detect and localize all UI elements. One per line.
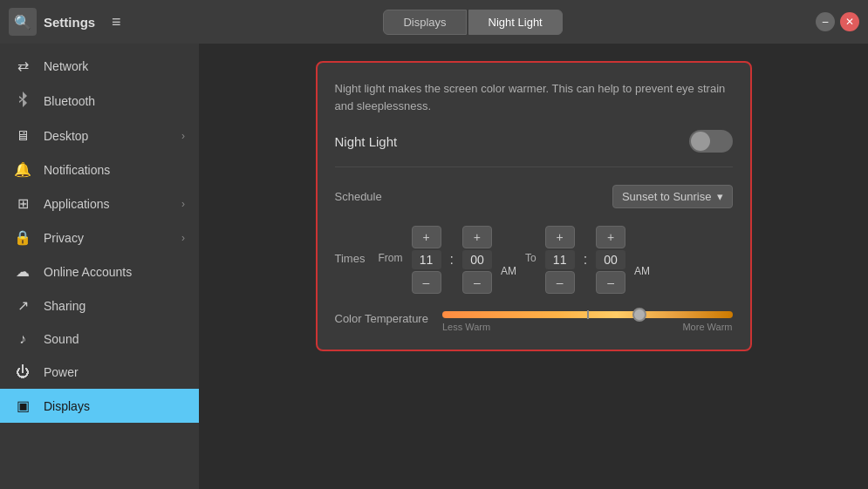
app-title: Settings [44,15,95,30]
slider-labels: Less Warm More Warm [442,322,733,332]
times-label: Times [335,226,370,265]
schedule-dropdown[interactable]: Sunset to Sunrise ▾ [612,185,733,208]
sidebar-item-label: Network [44,59,88,73]
titlebar-left: 🔍 Settings ≡ [9,8,130,36]
night-light-toggle-row: Night Light [335,130,733,167]
night-light-label: Night Light [335,134,398,149]
night-light-toggle[interactable] [689,130,733,153]
sidebar-item-bluetooth[interactable]: Bluetooth [0,83,199,119]
chevron-right-icon: › [181,232,185,244]
tab-displays[interactable]: Displays [383,10,466,35]
night-light-card: Night light makes the screen color warme… [316,61,752,351]
sidebar-item-label: Online Accounts [44,265,132,279]
main-layout: ⇄ Network Bluetooth 🖥 Desktop › 🔔 Notifi… [0,44,868,489]
sidebar-item-applications[interactable]: ⊞ Applications › [0,187,199,221]
to-label: To [525,226,537,264]
sidebar-item-label: Sound [44,332,79,346]
from-minute-control: + 00 – [462,226,492,294]
online-accounts-icon: ☁ [14,263,31,280]
to-minute-control: + 00 – [596,226,625,294]
to-hour-value: 11 [545,250,575,269]
from-minute-value: 00 [462,250,492,269]
more-warm-label: More Warm [682,322,732,332]
close-button[interactable]: ✕ [840,12,859,31]
schedule-row: Schedule Sunset to Sunrise ▾ [335,185,733,208]
sidebar-item-label: Power [44,365,79,379]
bluetooth-icon [14,92,31,111]
to-hour-decrement[interactable]: – [545,271,575,294]
from-minute-decrement[interactable]: – [462,271,492,294]
sidebar-item-privacy[interactable]: 🔒 Privacy › [0,221,199,255]
desktop-icon: 🖥 [14,128,31,144]
sidebar-item-desktop[interactable]: 🖥 Desktop › [0,119,199,153]
color-temp-slider-container: Less Warm More Warm [442,311,733,332]
minimize-button[interactable]: – [816,12,835,31]
to-minute-value: 00 [596,250,625,269]
from-hour-value: 11 [412,250,441,269]
from-label: From [379,226,403,264]
color-temp-slider[interactable] [442,311,733,318]
to-minute-increment[interactable]: + [596,226,625,248]
notifications-icon: 🔔 [14,161,31,178]
sound-icon: ♪ [14,331,31,347]
slider-mark [587,310,589,319]
sidebar-item-label: Desktop [44,129,88,143]
chevron-right-icon: › [181,198,185,210]
to-hour-control: + 11 – [545,226,575,294]
to-colon: : [584,226,587,268]
sidebar-item-displays[interactable]: ▣ Displays [0,389,199,423]
sidebar-item-label: Privacy [44,231,84,245]
color-temp-row: Color Temperature Less Warm More Warm [335,311,733,332]
sidebar-item-label: Sharing [44,299,85,313]
color-temperature-section: Color Temperature Less Warm More Warm [335,311,733,332]
from-hour-decrement[interactable]: – [412,271,441,294]
times-section: Times From + 11 – : + 00 – AM To [335,226,733,294]
sidebar-item-sound[interactable]: ♪ Sound [0,323,199,356]
tab-bar: Displays Night Light [383,10,562,35]
from-hour-control: + 11 – [412,226,441,294]
displays-icon: ▣ [14,397,31,414]
sidebar-item-label: Bluetooth [44,94,95,108]
chevron-right-icon: › [181,130,185,142]
to-minute-decrement[interactable]: – [596,271,625,294]
power-icon: ⏻ [14,364,31,380]
window-controls: – ✕ [816,12,859,31]
to-hour-increment[interactable]: + [545,226,575,248]
sidebar-item-label: Applications [44,197,110,211]
content-area: Night light makes the screen color warme… [199,44,868,489]
titlebar: 🔍 Settings ≡ Displays Night Light – ✕ [0,0,868,44]
sidebar-item-sharing[interactable]: ↗ Sharing [0,289,199,323]
sidebar: ⇄ Network Bluetooth 🖥 Desktop › 🔔 Notifi… [0,44,199,489]
sidebar-item-power[interactable]: ⏻ Power [0,356,199,389]
to-ampm: AM [634,265,650,277]
from-minute-increment[interactable]: + [462,226,492,248]
privacy-icon: 🔒 [14,229,31,246]
tab-night-light[interactable]: Night Light [468,10,563,35]
chevron-down-icon: ▾ [717,190,723,203]
search-button[interactable]: 🔍 [9,8,37,36]
sharing-icon: ↗ [14,297,31,314]
from-ampm: AM [501,265,516,277]
sidebar-item-label: Notifications [44,163,110,177]
sidebar-item-notifications[interactable]: 🔔 Notifications [0,153,199,187]
schedule-value: Sunset to Sunrise [622,190,712,203]
from-hour-increment[interactable]: + [412,226,441,248]
sidebar-item-online-accounts[interactable]: ☁ Online Accounts [0,255,199,289]
sidebar-item-label: Displays [44,399,90,413]
applications-icon: ⊞ [14,195,31,212]
schedule-label: Schedule [335,190,382,203]
less-warm-label: Less Warm [442,322,490,332]
color-temp-label: Color Temperature [335,312,428,325]
sidebar-item-network[interactable]: ⇄ Network [0,49,199,83]
network-icon: ⇄ [14,58,31,74]
menu-button[interactable]: ≡ [102,8,130,36]
card-description: Night light makes the screen color warme… [335,80,733,114]
from-colon: : [450,226,454,268]
slider-thumb[interactable] [632,308,646,322]
